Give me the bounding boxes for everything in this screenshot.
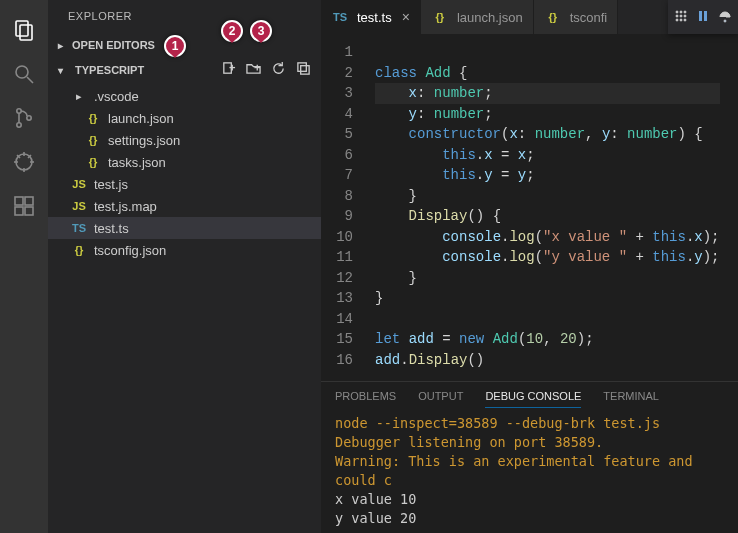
svg-rect-35 [704, 11, 707, 21]
file-tsconfig-json[interactable]: {}tsconfig.json [48, 239, 321, 261]
editor-tab-launch-json[interactable]: {}launch.json [421, 0, 534, 34]
file-label: test.js.map [94, 199, 157, 214]
svg-rect-34 [699, 11, 702, 21]
svg-rect-24 [301, 66, 309, 74]
pause-icon[interactable] [696, 9, 710, 26]
new-folder-icon[interactable] [246, 61, 261, 78]
editor-tab-tsconfi[interactable]: {}tsconfi [534, 0, 619, 34]
new-file-icon[interactable] [221, 61, 236, 78]
svg-rect-0 [16, 21, 28, 36]
file--vscode[interactable]: ▸.vscode [48, 85, 321, 107]
console-line: Debugger listening on port 38589. [335, 433, 724, 452]
line-number: 6 [321, 145, 353, 166]
explorer-sidebar: EXPLORER ▸ OPEN EDITORS ▾ TYPESCRIPT ▸.v… [48, 0, 321, 533]
svg-point-2 [16, 66, 28, 78]
ts-file-icon: TS [70, 222, 88, 234]
js-file-icon: JS [70, 178, 88, 190]
file-test-ts[interactable]: TStest.ts [48, 217, 321, 239]
step-over-icon[interactable] [718, 9, 732, 26]
svg-point-28 [676, 15, 678, 17]
file-settings-json[interactable]: {}settings.json [48, 129, 321, 151]
line-number: 10 [321, 227, 353, 248]
sidebar-title: EXPLORER [48, 0, 321, 34]
tab-debug-console[interactable]: DEBUG CONSOLE [485, 390, 581, 408]
svg-line-3 [27, 77, 33, 83]
line-number: 15 [321, 329, 353, 350]
svg-point-6 [27, 116, 31, 120]
line-number: 8 [321, 186, 353, 207]
svg-point-5 [17, 123, 21, 127]
drag-handle-icon[interactable] [674, 9, 688, 26]
tab-label: test.ts [357, 10, 392, 25]
file-test-js[interactable]: JStest.js [48, 173, 321, 195]
code-editor[interactable]: 12345678910111213141516 class Add { x: n… [321, 34, 738, 381]
svg-point-36 [724, 20, 726, 22]
line-number: 13 [321, 288, 353, 309]
line-number: 14 [321, 309, 353, 330]
debug-icon[interactable] [0, 140, 48, 184]
svg-point-25 [676, 11, 678, 13]
debug-toolbar[interactable] [668, 0, 738, 34]
svg-rect-1 [20, 25, 32, 40]
ts-file-icon: TS [331, 11, 349, 23]
tab-label: launch.json [457, 10, 523, 25]
js-file-icon: JS [70, 200, 88, 212]
extensions-icon[interactable] [0, 184, 48, 228]
svg-point-31 [676, 19, 678, 21]
chevron-right-icon: ▸ [58, 40, 68, 51]
code-body[interactable]: class Add { x: number; y: number; constr… [367, 34, 720, 381]
chevron-down-icon: ▾ [58, 65, 68, 76]
svg-rect-16 [15, 207, 23, 215]
svg-rect-17 [25, 207, 33, 215]
tab-output[interactable]: OUTPUT [418, 390, 463, 408]
line-number: 11 [321, 247, 353, 268]
editor-tab-test-ts[interactable]: TStest.ts× [321, 0, 421, 34]
callout-1: 1 [164, 35, 186, 57]
editor-area: TStest.ts×{}launch.json{}tsconfi 1234567… [321, 0, 738, 533]
svg-point-33 [684, 19, 686, 21]
tab-problems[interactable]: PROBLEMS [335, 390, 396, 408]
json-file-icon: {} [84, 156, 102, 168]
json-file-icon: {} [84, 112, 102, 124]
activity-bar [0, 0, 48, 533]
collapse-all-icon[interactable] [296, 61, 311, 78]
debug-console-output[interactable]: node --inspect=38589 --debug-brk test.js… [321, 414, 738, 528]
project-header[interactable]: ▾ TYPESCRIPT [48, 56, 321, 83]
file-label: tasks.json [108, 155, 166, 170]
line-number: 3 [321, 83, 353, 104]
tab-terminal[interactable]: TERMINAL [603, 390, 659, 408]
svg-rect-15 [25, 197, 33, 205]
tab-label: tsconfi [570, 10, 608, 25]
line-number: 7 [321, 165, 353, 186]
refresh-icon[interactable] [271, 61, 286, 78]
file-launch-json[interactable]: {}launch.json [48, 107, 321, 129]
line-number: 16 [321, 350, 353, 371]
file-label: launch.json [108, 111, 174, 126]
json-file-icon: {} [84, 134, 102, 146]
file-label: .vscode [94, 89, 139, 104]
line-number: 9 [321, 206, 353, 227]
svg-point-30 [684, 15, 686, 17]
line-number: 2 [321, 63, 353, 84]
line-number: 5 [321, 124, 353, 145]
explorer-icon[interactable] [0, 8, 48, 52]
svg-point-29 [680, 15, 682, 17]
callout-2: 2 [221, 20, 243, 42]
search-icon[interactable] [0, 52, 48, 96]
file-test-js-map[interactable]: JStest.js.map [48, 195, 321, 217]
editor-tabs: TStest.ts×{}launch.json{}tsconfi [321, 0, 738, 34]
json-file-icon: {} [544, 11, 562, 23]
console-line: x value 10 [335, 490, 724, 509]
file-label: settings.json [108, 133, 180, 148]
file-tasks-json[interactable]: {}tasks.json [48, 151, 321, 173]
bottom-panel: PROBLEMS OUTPUT DEBUG CONSOLE TERMINAL n… [321, 381, 738, 533]
line-number: 1 [321, 42, 353, 63]
svg-point-32 [680, 19, 682, 21]
svg-point-26 [680, 11, 682, 13]
console-line: Warning: This is an experimental feature… [335, 452, 724, 490]
close-icon[interactable]: × [402, 9, 410, 25]
svg-rect-14 [15, 197, 23, 205]
json-file-icon: {} [431, 11, 449, 23]
project-label: TYPESCRIPT [75, 64, 144, 76]
git-icon[interactable] [0, 96, 48, 140]
